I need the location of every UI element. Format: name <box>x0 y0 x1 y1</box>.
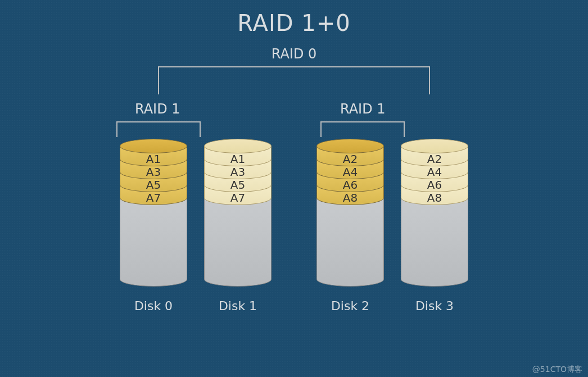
raid0-bracket <box>158 66 430 94</box>
disk-body <box>204 198 272 287</box>
disk-1: A1 A3 A5 A7 Disk 1 <box>204 139 272 313</box>
raid0-label: RAID 0 <box>0 46 588 62</box>
raid1-bracket-right <box>320 121 405 137</box>
disk-body <box>120 198 187 287</box>
raid1-label-left: RAID 1 <box>135 101 180 117</box>
disk-top-cap <box>120 139 187 153</box>
disk-label: Disk 1 <box>219 299 257 313</box>
diagram-title: RAID 1+0 <box>0 10 588 36</box>
disk-top-cap <box>316 139 384 153</box>
disk-body <box>316 198 384 287</box>
disk-body <box>401 198 468 287</box>
mirror-pair-left: A1 A3 A5 A7 Disk 0 A1 A3 A5 A7 Disk 1 <box>120 139 272 313</box>
disk-label: Disk 3 <box>415 299 454 313</box>
disk-top-cap <box>401 139 468 153</box>
watermark: @51CTO博客 <box>532 365 582 375</box>
disk-top-cap <box>204 139 272 153</box>
disk-3: A2 A4 A6 A8 Disk 3 <box>401 139 468 313</box>
disk-row: A1 A3 A5 A7 Disk 0 A1 A3 A5 A7 Disk 1 <box>0 139 588 313</box>
raid1-bracket-left <box>116 121 201 137</box>
disk-0: A1 A3 A5 A7 Disk 0 <box>120 139 187 313</box>
disk-2: A2 A4 A6 A8 Disk 2 <box>316 139 384 313</box>
raid1-label-right: RAID 1 <box>340 101 386 117</box>
disk-label: Disk 0 <box>134 299 173 313</box>
disk-label: Disk 2 <box>331 299 369 313</box>
mirror-pair-right: A2 A4 A6 A8 Disk 2 A2 A4 A6 A8 Disk 3 <box>316 139 468 313</box>
